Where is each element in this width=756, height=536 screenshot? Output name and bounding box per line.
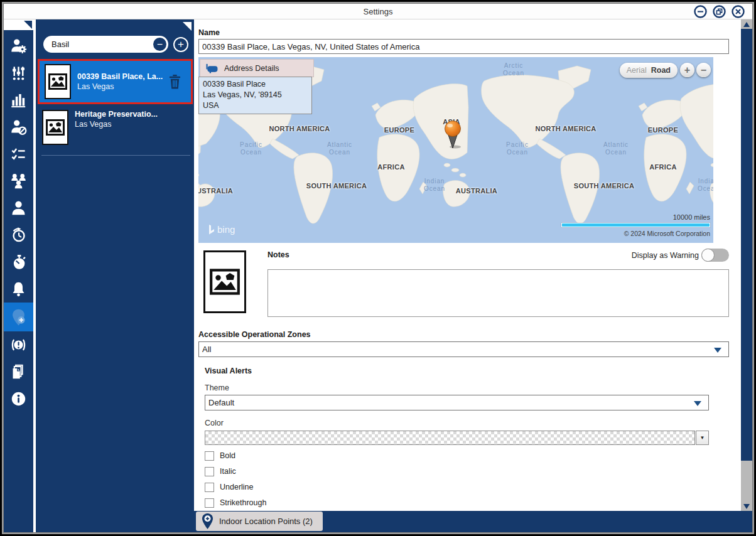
list-item-subtitle: Las Vegas xyxy=(75,120,158,129)
add-location-button[interactable]: + xyxy=(173,37,188,52)
settings-window: Settings xyxy=(0,0,756,536)
color-dropdown-button[interactable]: ▼ xyxy=(696,431,709,445)
image-placeholder-icon xyxy=(208,269,241,295)
chevron-down-icon xyxy=(714,348,721,353)
sidebar-item-alerts[interactable] xyxy=(4,276,33,303)
arrow-up-icon xyxy=(743,22,750,27)
maximize-button[interactable] xyxy=(713,5,726,18)
indoor-location-points-label: Indoor Location Points (2) xyxy=(219,517,313,526)
map[interactable]: Arctic OceanNORTH AMERICAEUROPEASIAAFRIC… xyxy=(198,57,713,243)
sidebar-item-statistics[interactable] xyxy=(4,87,33,114)
bold-label: Bold xyxy=(220,451,235,460)
visual-alerts-label: Visual Alerts xyxy=(205,367,709,375)
aerial-view-button[interactable]: Aerial xyxy=(627,66,647,75)
search-box: − xyxy=(43,36,168,53)
vertical-scrollbar[interactable] xyxy=(741,19,752,511)
scrollbar-thumb[interactable] xyxy=(741,29,752,461)
visual-alerts-section: Visual Alerts Theme Default Color ▼ xyxy=(205,367,709,511)
main-column: Name xyxy=(194,19,752,532)
close-button[interactable] xyxy=(732,5,745,18)
sidebar-item-user-settings[interactable] xyxy=(4,33,33,60)
sidebar-item-documents[interactable] xyxy=(4,358,33,385)
stopwatch-icon xyxy=(10,254,27,271)
location-pin-plus-icon xyxy=(202,513,213,530)
checklist-icon xyxy=(10,146,27,163)
display-as-warning-toggle[interactable] xyxy=(701,249,729,262)
indoor-location-points-tab[interactable]: Indoor Location Points (2) xyxy=(196,512,323,531)
road-view-button[interactable]: Road xyxy=(651,66,671,75)
clear-search-button[interactable]: − xyxy=(153,38,166,51)
map-view-switch: Aerial Road xyxy=(620,63,678,78)
bing-logo: bing xyxy=(208,224,235,235)
sidebar-item-user[interactable] xyxy=(4,195,33,222)
theme-dropdown[interactable]: Default xyxy=(205,395,709,410)
chevron-down-icon xyxy=(694,401,701,406)
color-swatch-transparent[interactable] xyxy=(205,431,695,445)
map-pin xyxy=(441,119,464,152)
location-image-placeholder[interactable] xyxy=(203,250,246,313)
info-icon xyxy=(10,390,27,407)
location-thumbnail xyxy=(45,64,71,99)
list-divider xyxy=(41,155,190,156)
underline-checkbox[interactable] xyxy=(205,483,214,492)
map-scale: 10000 miles © 2024 Microsoft Corporation xyxy=(561,213,710,237)
sidebar-icon-column xyxy=(4,30,33,532)
user-icon xyxy=(10,200,27,217)
history-clock-icon xyxy=(10,227,27,244)
map-zoom-out-button[interactable]: − xyxy=(696,63,711,77)
scale-text: 10000 miles xyxy=(561,213,710,221)
list-item[interactable]: Heritage Preservatio... Las Vegas xyxy=(37,106,193,149)
scrollbar-track[interactable] xyxy=(741,461,752,511)
scroll-up-button[interactable] xyxy=(741,19,752,29)
bar-chart-icon xyxy=(10,92,27,109)
name-input[interactable] xyxy=(198,39,729,54)
list-item-subtitle: Las Vegas xyxy=(77,82,163,91)
name-label: Name xyxy=(198,28,729,37)
strikethrough-checkbox[interactable] xyxy=(205,498,214,508)
notes-section: Notes Display as Warning xyxy=(198,250,729,317)
window-title: Settings xyxy=(4,7,752,16)
location-thumbnail xyxy=(42,110,68,145)
arrow-down-icon xyxy=(743,504,750,509)
sidebar-item-user-restrictions[interactable] xyxy=(4,114,33,141)
user-blocked-icon xyxy=(10,119,27,136)
sidebar-item-info[interactable] xyxy=(4,385,33,412)
bold-checkbox-row: Bold xyxy=(205,451,709,461)
bold-checkbox[interactable] xyxy=(205,451,214,461)
sidebar-item-warnings[interactable] xyxy=(4,331,33,358)
map-copyright: © 2024 Microsoft Corporation xyxy=(561,230,710,237)
sidebar-item-controls[interactable] xyxy=(4,60,33,87)
color-label: Color xyxy=(205,419,709,427)
search-row: − + xyxy=(43,36,188,53)
sidebar-item-teams[interactable] xyxy=(4,168,33,195)
address-line: Las Vegas, NV, '89145 xyxy=(203,90,308,100)
address-details-button[interactable]: Address Details xyxy=(200,60,313,77)
map-zoom-in-button[interactable]: + xyxy=(680,63,694,77)
title-bar: Settings xyxy=(4,4,752,19)
italic-checkbox-row: Italic xyxy=(205,466,709,476)
bing-logo-text: bing xyxy=(217,224,235,235)
notes-textarea[interactable] xyxy=(267,269,729,317)
sidebar-item-checklist[interactable] xyxy=(4,141,33,168)
italic-checkbox[interactable] xyxy=(205,467,214,476)
list-item-text: Heritage Preservatio... Las Vegas xyxy=(75,110,158,129)
list-item[interactable]: 00339 Basil Place, La... Las Vegas xyxy=(38,59,193,104)
delete-location-button[interactable] xyxy=(168,71,186,93)
sidebar-item-timer[interactable] xyxy=(4,249,33,276)
window-body: − + 00339 Basil Place, La... Las Vegas xyxy=(4,19,752,532)
list-panel-fold-corner xyxy=(183,22,192,31)
search-input[interactable] xyxy=(51,40,153,49)
color-dropdown[interactable]: ▼ xyxy=(205,431,709,445)
sidebar-item-schedule[interactable] xyxy=(4,222,33,249)
italic-label: Italic xyxy=(220,467,236,476)
sidebar-item-locations[interactable] xyxy=(4,303,33,331)
minimize-button[interactable] xyxy=(694,5,707,18)
zones-dropdown[interactable]: All xyxy=(198,341,729,357)
bing-flag-icon xyxy=(208,225,215,235)
underline-checkbox-row: Underline xyxy=(205,482,709,492)
user-settings-icon xyxy=(10,38,27,55)
strikethrough-label: Strikethrough xyxy=(220,498,266,507)
users-group-icon xyxy=(10,173,27,190)
bottom-bar: Indoor Location Points (2) xyxy=(194,511,752,532)
locations-list-panel: − + 00339 Basil Place, La... Las Vegas xyxy=(36,19,194,532)
